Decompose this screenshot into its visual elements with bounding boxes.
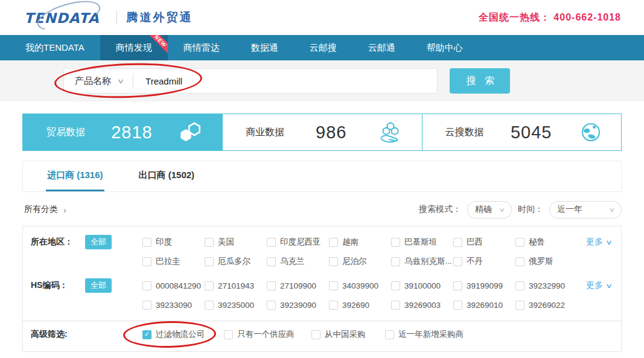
region-option[interactable]: 乌克兰 bbox=[267, 256, 329, 267]
region-all-badge[interactable]: 全部 bbox=[85, 235, 112, 249]
advanced-option-buy-from-china[interactable]: 从中国采购 bbox=[311, 329, 385, 340]
toolbar-right: 搜索模式： 精确 ∨ 时间： 近一年 ∨ bbox=[419, 201, 622, 219]
advanced-option-single-supplier[interactable]: 只有一个供应商 bbox=[224, 329, 311, 340]
main-nav: 我的TENDATA 商情发现 NEW 商情雷达 数据通 云邮搜 云邮通 帮助中心 bbox=[0, 35, 644, 60]
search-mode-select[interactable]: 精确 ∨ bbox=[467, 201, 512, 219]
checkbox-icon[interactable] bbox=[205, 281, 214, 290]
hs-filter-row-1: HS编码： 全部 0000841290 27101943 27109900 34… bbox=[23, 276, 621, 295]
nav-item-business-radar[interactable]: 商情雷达 bbox=[168, 35, 235, 60]
checkbox-icon[interactable] bbox=[515, 238, 524, 247]
checkbox-icon[interactable] bbox=[142, 281, 151, 290]
hs-option[interactable]: 39269022 bbox=[515, 301, 578, 310]
region-option[interactable]: 巴拉圭 bbox=[142, 256, 205, 267]
advanced-option-new-buyers[interactable]: 近一年新增采购商 bbox=[385, 329, 464, 340]
region-filter-row-1: 所在地区： 全部 印度 美国 印度尼西亚 越南 巴基斯坦 巴西 秘鲁 更多 ∨ bbox=[23, 232, 621, 252]
hs-option[interactable]: 27109900 bbox=[267, 281, 329, 290]
hs-all-badge[interactable]: 全部 bbox=[85, 278, 112, 293]
brand[interactable]: TENDATA 腾道外贸通 bbox=[21, 7, 193, 28]
search-input[interactable] bbox=[133, 76, 437, 86]
time-select[interactable]: 近一年 ∨ bbox=[549, 201, 622, 219]
nav-item-data-link[interactable]: 数据通 bbox=[235, 35, 294, 60]
search-mode-value: 精确 bbox=[475, 204, 492, 215]
search-category-dropdown[interactable]: 产品名称 ∨ bbox=[64, 75, 133, 87]
checkbox-icon[interactable] bbox=[329, 301, 338, 310]
product-name: 腾道外贸通 bbox=[126, 10, 193, 25]
hs-option[interactable]: 39232990 bbox=[515, 281, 578, 290]
region-option[interactable]: 巴基斯坦 bbox=[391, 237, 453, 248]
checkbox-icon[interactable] bbox=[267, 281, 276, 290]
nav-item-help-center[interactable]: 帮助中心 bbox=[411, 35, 479, 60]
hs-option[interactable]: 39233090 bbox=[142, 301, 205, 310]
stat-value: 2818 bbox=[111, 123, 153, 142]
region-option[interactable]: 越南 bbox=[329, 237, 391, 248]
region-option[interactable]: 美国 bbox=[205, 237, 267, 248]
region-option[interactable]: 巴西 bbox=[453, 237, 515, 248]
checkbox-icon[interactable] bbox=[142, 301, 151, 310]
hs-option[interactable]: 0000841290 bbox=[142, 281, 205, 290]
checkbox-icon[interactable] bbox=[205, 238, 214, 247]
checkbox-icon[interactable] bbox=[391, 257, 400, 266]
checkbox-icon[interactable] bbox=[453, 238, 462, 247]
region-option[interactable]: 秘鲁 bbox=[515, 237, 578, 248]
chevron-down-icon: ∨ bbox=[605, 238, 613, 246]
advanced-option-filter-logistics[interactable]: 过滤物流公司 bbox=[142, 329, 224, 340]
checkbox-icon[interactable] bbox=[453, 281, 462, 290]
nav-item-cloud-mail[interactable]: 云邮通 bbox=[352, 35, 411, 60]
stat-card-cloud-search-data[interactable]: 云搜数据 5045 bbox=[422, 114, 622, 150]
checkbox-icon[interactable] bbox=[224, 330, 233, 339]
search-button[interactable]: 搜 索 bbox=[450, 68, 510, 94]
region-option[interactable]: 印度 bbox=[142, 237, 205, 248]
hs-option[interactable]: 39269010 bbox=[453, 301, 515, 310]
checkbox-icon[interactable] bbox=[142, 257, 151, 266]
region-option[interactable]: 乌兹别克斯... bbox=[391, 256, 453, 267]
divider bbox=[116, 11, 117, 24]
hs-option[interactable]: 39199099 bbox=[453, 281, 515, 290]
checkbox-icon[interactable] bbox=[205, 301, 214, 310]
filter-panel: 所在地区： 全部 印度 美国 印度尼西亚 越南 巴基斯坦 巴西 秘鲁 更多 ∨ … bbox=[22, 226, 622, 352]
checkbox-icon[interactable] bbox=[267, 301, 276, 310]
region-option[interactable]: 俄罗斯 bbox=[515, 256, 578, 267]
chevron-right-icon: › bbox=[63, 205, 66, 215]
checkbox-icon[interactable] bbox=[311, 330, 320, 339]
hs-more-link[interactable]: 更多 ∨ bbox=[586, 280, 611, 291]
checkbox-icon[interactable] bbox=[205, 257, 214, 266]
checkbox-icon[interactable] bbox=[453, 257, 462, 266]
hs-option[interactable]: 39239090 bbox=[267, 301, 329, 310]
checkbox-icon[interactable] bbox=[391, 301, 400, 310]
checkbox-icon[interactable] bbox=[267, 257, 276, 266]
hs-option[interactable]: 39100000 bbox=[391, 281, 453, 290]
checkbox-icon[interactable] bbox=[515, 301, 524, 310]
checkbox-icon[interactable] bbox=[329, 257, 338, 266]
region-option[interactable]: 厄瓜多尔 bbox=[205, 256, 267, 267]
hs-option[interactable]: 39235000 bbox=[205, 301, 267, 310]
region-option[interactable]: 尼泊尔 bbox=[329, 256, 391, 267]
hs-option[interactable]: 34039900 bbox=[329, 281, 391, 290]
checkbox-icon[interactable] bbox=[267, 238, 276, 247]
all-categories-link[interactable]: 所有分类 › bbox=[24, 204, 66, 215]
nav-item-business-discovery[interactable]: 商情发现 NEW bbox=[100, 35, 168, 60]
hand-holding-partners-icon bbox=[378, 120, 403, 144]
checkbox-icon[interactable] bbox=[329, 238, 338, 247]
region-more-link[interactable]: 更多 ∨ bbox=[586, 237, 611, 248]
checkbox-icon[interactable] bbox=[515, 281, 524, 290]
tab-exporters[interactable]: 出口商 (1502) bbox=[138, 161, 196, 191]
nav-item-cloud-mail-search[interactable]: 云邮搜 bbox=[294, 35, 352, 60]
hs-option[interactable]: 39269003 bbox=[391, 301, 453, 310]
hs-option[interactable]: 392690 bbox=[329, 301, 391, 310]
hs-option[interactable]: 27101943 bbox=[205, 281, 267, 290]
checkbox-icon[interactable] bbox=[391, 281, 400, 290]
checkbox-icon[interactable] bbox=[515, 257, 524, 266]
checkbox-icon[interactable] bbox=[142, 330, 151, 339]
tab-importers[interactable]: 进口商 (1316) bbox=[46, 161, 104, 191]
stat-card-trade-data[interactable]: 贸易数据 2818 bbox=[22, 113, 222, 151]
checkbox-icon[interactable] bbox=[385, 330, 394, 339]
checkbox-icon[interactable] bbox=[142, 238, 151, 247]
checkbox-icon[interactable] bbox=[391, 238, 400, 247]
region-option[interactable]: 不丹 bbox=[453, 256, 515, 267]
advanced-label: 高级筛选: bbox=[31, 329, 85, 340]
nav-item-my-tendata[interactable]: 我的TENDATA bbox=[10, 35, 100, 60]
stat-card-business-data[interactable]: 商业数据 986 bbox=[223, 114, 422, 150]
checkbox-icon[interactable] bbox=[329, 281, 338, 290]
region-option[interactable]: 印度尼西亚 bbox=[267, 237, 329, 248]
checkbox-icon[interactable] bbox=[453, 301, 462, 310]
